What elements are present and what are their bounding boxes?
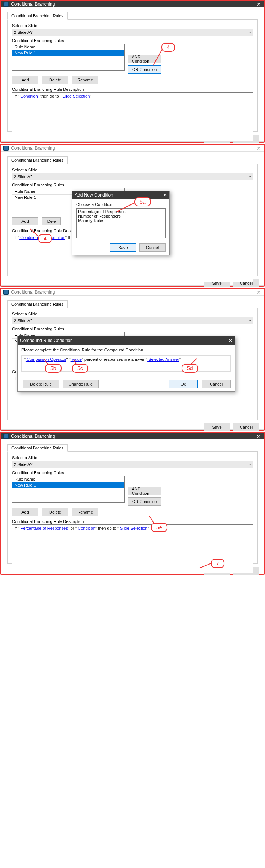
change-rule-button[interactable]: Change Rule bbox=[63, 380, 99, 388]
slide-selection-link[interactable]: Slide Selection bbox=[119, 526, 148, 530]
select-slide-value: 2 Slide A? bbox=[14, 318, 33, 323]
select-slide-label: Select a Slide bbox=[12, 23, 253, 28]
add-condition-title-bar: Add New Condition ✕ bbox=[72, 191, 169, 199]
delete-button[interactable]: Delete bbox=[42, 508, 68, 516]
app-icon bbox=[3, 434, 9, 439]
select-slide-label: Select a Slide bbox=[12, 168, 253, 172]
close-icon[interactable]: ✕ bbox=[256, 289, 262, 295]
close-icon[interactable]: ✕ bbox=[256, 433, 262, 439]
svg-line-0 bbox=[153, 48, 163, 65]
rule-name-header: Rule Name bbox=[12, 476, 124, 482]
add-condition-cancel-button[interactable]: Cancel bbox=[139, 243, 166, 252]
delete-rule-button[interactable]: Delete Rule bbox=[23, 380, 59, 388]
window-title: Conditional Branching bbox=[11, 146, 55, 151]
desc-text: If " bbox=[14, 526, 19, 530]
condition-option[interactable]: Majority Rules bbox=[78, 218, 164, 223]
compound-title-bar: Compound Rule Condition ✕ bbox=[18, 336, 235, 345]
chevron-down-icon: ▾ bbox=[249, 319, 251, 323]
callout-5b: 5b bbox=[45, 364, 62, 373]
rules-label: Conditional Branching Rules bbox=[12, 470, 253, 475]
desc-text: If " bbox=[14, 94, 19, 98]
svg-line-1 bbox=[117, 202, 136, 212]
desc-text: " bbox=[148, 526, 149, 530]
title-bar: Conditional Branching ✕ bbox=[1, 1, 264, 7]
add-button[interactable]: Add bbox=[12, 76, 38, 84]
tab-rules[interactable]: Conditional Branching Rules bbox=[7, 444, 68, 452]
title-bar: Conditional Branching ✕ bbox=[1, 289, 264, 296]
add-button[interactable]: Add bbox=[12, 508, 38, 516]
rules-label: Conditional Branching Rules bbox=[12, 327, 253, 331]
q-text: " " bbox=[66, 357, 71, 362]
add-button[interactable]: Add bbox=[12, 217, 38, 225]
window-title: Conditional Branching bbox=[11, 434, 55, 439]
app-icon bbox=[3, 2, 9, 7]
desc-text: " or " bbox=[68, 526, 77, 530]
window-title: Conditional Branching bbox=[11, 290, 55, 295]
desc-text: " bbox=[90, 94, 91, 98]
close-icon[interactable]: ✕ bbox=[229, 338, 232, 343]
delete-button[interactable]: Delete bbox=[42, 76, 68, 84]
rules-label: Conditional Branching Rules bbox=[12, 183, 253, 187]
callout-5e: 5e bbox=[151, 523, 167, 532]
ok-button[interactable]: Ok bbox=[169, 380, 198, 388]
tab-rules[interactable]: Conditional Branching Rules bbox=[7, 156, 68, 164]
close-icon[interactable]: ✕ bbox=[256, 1, 262, 7]
select-slide-dropdown[interactable]: 2 Slide A?▾ bbox=[12, 317, 253, 324]
rules-listbox[interactable]: Rule Name New Rule 1 bbox=[12, 44, 125, 71]
desc-text: " then go to " bbox=[95, 526, 119, 530]
app-icon bbox=[3, 290, 9, 295]
select-slide-dropdown[interactable]: 2 Slide A?▾ bbox=[12, 461, 253, 468]
select-slide-label: Select a Slide bbox=[12, 312, 253, 316]
add-condition-save-button[interactable]: Save bbox=[110, 243, 136, 252]
select-slide-value: 2 Slide A? bbox=[14, 174, 33, 179]
chevron-down-icon: ▾ bbox=[249, 30, 251, 34]
slide-selection-link[interactable]: Slide Selection bbox=[61, 94, 90, 98]
callout-4: 4 bbox=[161, 43, 175, 52]
rename-button[interactable]: Rename bbox=[72, 76, 98, 84]
mid-text: percent of responses are answer " bbox=[83, 357, 147, 362]
tab-rules[interactable]: Conditional Branching Rules bbox=[7, 300, 68, 308]
q-text: " bbox=[179, 357, 181, 362]
desc-text: " then go to " bbox=[38, 94, 62, 98]
percentage-responses-link[interactable]: Percentage of Responses bbox=[19, 526, 68, 530]
condition-link[interactable]: Condition bbox=[77, 526, 95, 530]
rule-row-1[interactable]: New Rule 1 bbox=[12, 50, 124, 56]
title-bar: Conditional Branching ✕ bbox=[1, 145, 264, 152]
rule-row-1[interactable]: New Rule 1 bbox=[12, 482, 124, 488]
compound-instruction: Please complete the Conditional Rule for… bbox=[21, 348, 231, 352]
callout-5a: 5a bbox=[134, 197, 151, 206]
select-slide-dropdown[interactable]: 2 Slide A?▾ bbox=[12, 173, 253, 180]
cancel-button[interactable]: Cancel bbox=[233, 423, 259, 431]
rule-description-box[interactable]: If " Condition" then go to " Slide Selec… bbox=[12, 92, 253, 141]
select-slide-dropdown[interactable]: 2 Slide A?▾ bbox=[12, 29, 253, 36]
title-bar: Conditional Branching ✕ bbox=[1, 433, 264, 439]
selected-answer-link[interactable]: Selected Answer bbox=[147, 357, 179, 362]
desc-text: If " bbox=[14, 235, 19, 240]
app-icon bbox=[3, 146, 9, 151]
rules-label: Conditional Branching Rules bbox=[12, 38, 253, 43]
svg-line-2 bbox=[30, 229, 38, 236]
rename-button[interactable]: Rename bbox=[72, 508, 98, 516]
rules-listbox[interactable]: Rule Name New Rule 1 bbox=[12, 476, 125, 503]
add-condition-title: Add New Condition bbox=[75, 192, 113, 198]
callout-5c: 5c bbox=[72, 364, 88, 373]
window-title: Conditional Branching bbox=[11, 2, 55, 7]
compound-title: Compound Rule Condition bbox=[20, 338, 73, 343]
cancel-button[interactable]: Cancel bbox=[202, 380, 231, 388]
close-icon[interactable]: ✕ bbox=[256, 145, 262, 151]
tab-rules[interactable]: Conditional Branching Rules bbox=[7, 12, 68, 20]
condition-link[interactable]: Condition bbox=[19, 94, 38, 98]
close-icon[interactable]: ✕ bbox=[163, 192, 167, 198]
desc-label: Conditional Branching Rule Description bbox=[12, 519, 253, 524]
rule-name-header: Rule Name bbox=[12, 44, 124, 50]
chevron-down-icon: ▾ bbox=[249, 463, 251, 466]
callout-5d: 5d bbox=[182, 364, 198, 373]
and-condition-button[interactable]: AND Condition bbox=[128, 487, 161, 495]
callout-4b: 4 bbox=[38, 234, 52, 243]
svg-line-7 bbox=[200, 563, 211, 568]
or-condition-button[interactable]: OR Condition bbox=[128, 497, 161, 506]
select-slide-label: Select a Slide bbox=[12, 455, 253, 460]
save-button[interactable]: Save bbox=[204, 423, 230, 431]
desc-label: Conditional Branching Rule Description bbox=[12, 87, 253, 92]
delete-button[interactable]: Dele bbox=[42, 217, 61, 225]
